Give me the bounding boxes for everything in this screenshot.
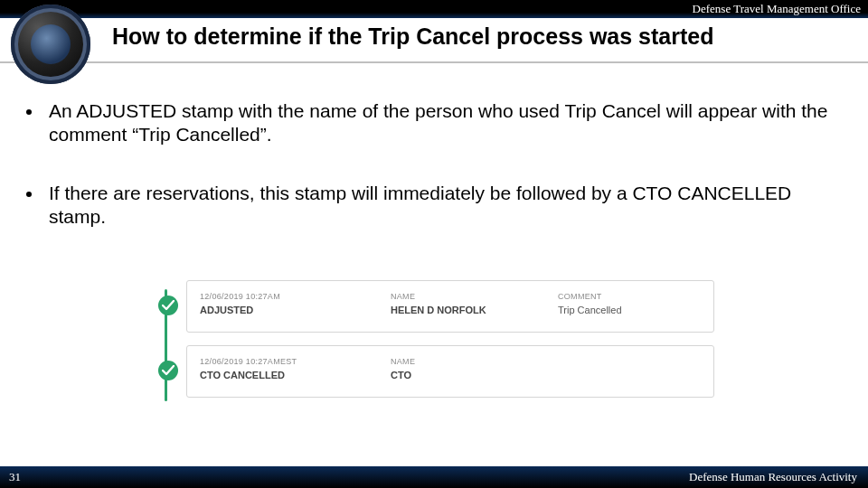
title-row: How to determine if the Trip Cancel proc… bbox=[0, 18, 868, 63]
name-label: NAME bbox=[391, 357, 415, 366]
header-bar: Defense Travel Management Office bbox=[0, 0, 868, 18]
slide-title: How to determine if the Trip Cancel proc… bbox=[112, 23, 713, 50]
body-content: An ADJUSTED stamp with the name of the p… bbox=[24, 99, 846, 263]
comment-value: Trip Cancelled bbox=[558, 305, 622, 315]
status-value: CTO CANCELLED bbox=[200, 370, 285, 380]
stamp-card: 12/06/2019 10:27AMEST CTO CANCELLED NAME… bbox=[186, 345, 714, 398]
name-value: CTO bbox=[391, 370, 411, 380]
footer-bar: 31 Defense Human Resources Activity bbox=[0, 466, 868, 488]
timestamp-label: 12/06/2019 10:27AMEST bbox=[200, 357, 297, 366]
footer-org: Defense Human Resources Activity bbox=[689, 466, 857, 488]
page-number: 31 bbox=[9, 466, 21, 488]
name-value: HELEN D NORFOLK bbox=[391, 305, 486, 315]
check-circle-icon bbox=[158, 361, 178, 380]
bullet-item: If there are reservations, this stamp wi… bbox=[43, 182, 846, 230]
status-value: ADJUSTED bbox=[200, 305, 253, 315]
stamp-card: 12/06/2019 10:27AM ADJUSTED NAME HELEN D… bbox=[186, 280, 714, 333]
header-org: Defense Travel Management Office bbox=[693, 2, 861, 15]
comment-label: COMMENT bbox=[558, 292, 602, 301]
stamp-timeline: 12/06/2019 10:27AM ADJUSTED NAME HELEN D… bbox=[154, 280, 714, 410]
timestamp-label: 12/06/2019 10:27AM bbox=[200, 292, 280, 301]
check-circle-icon bbox=[158, 296, 178, 315]
name-label: NAME bbox=[391, 292, 415, 301]
dod-seal-icon bbox=[11, 5, 90, 84]
bullet-item: An ADJUSTED stamp with the name of the p… bbox=[43, 99, 846, 147]
